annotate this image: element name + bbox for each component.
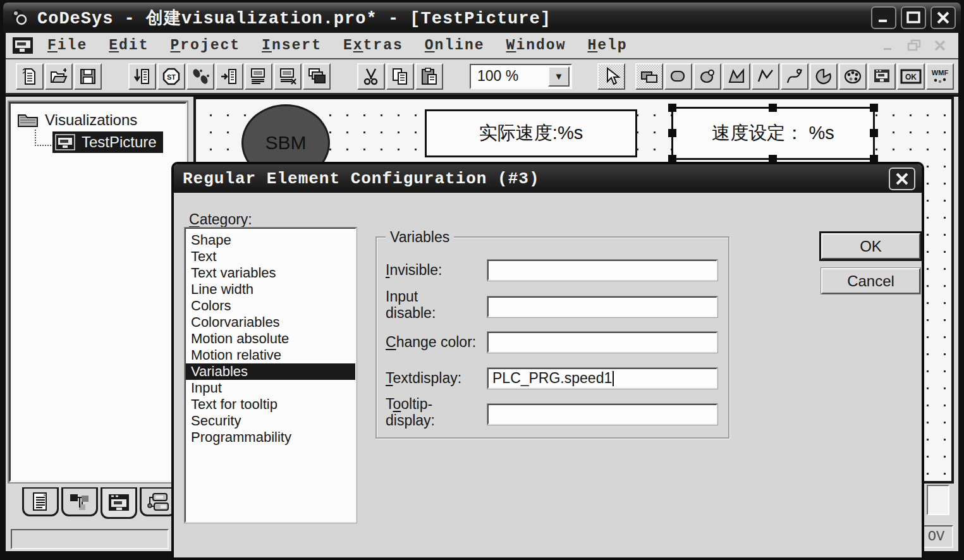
menu-project[interactable]: Project bbox=[170, 37, 240, 54]
ellipse-tool-button[interactable] bbox=[693, 63, 721, 90]
variables-groupbox: Variables Invisible: Inputdisable: Chang… bbox=[375, 236, 729, 439]
login-button[interactable] bbox=[245, 63, 272, 90]
scrollbar-corner bbox=[927, 485, 949, 515]
save-button[interactable] bbox=[74, 63, 102, 90]
toolbar: ST 100 % ▼ OK WMF bbox=[6, 59, 958, 95]
data-types-icon bbox=[69, 492, 90, 512]
tooltip-display-input[interactable] bbox=[487, 404, 717, 425]
status-bar-message-area bbox=[11, 529, 169, 549]
dialog-close-button[interactable] bbox=[889, 167, 915, 190]
ok-button[interactable]: OK bbox=[821, 233, 920, 259]
selection-handle[interactable] bbox=[668, 104, 676, 112]
menu-help[interactable]: Help bbox=[587, 37, 627, 54]
menu-bar: File Edit Project Insert Extras Online W… bbox=[6, 33, 958, 59]
category-item-security[interactable]: Security bbox=[186, 413, 355, 429]
folder-icon bbox=[17, 112, 39, 128]
category-item-input[interactable]: Input bbox=[186, 380, 355, 396]
selection-handle[interactable] bbox=[870, 104, 878, 112]
selection-handle[interactable] bbox=[769, 104, 777, 112]
category-item-text[interactable]: Text bbox=[186, 248, 355, 265]
library-button[interactable] bbox=[303, 63, 331, 90]
category-item-shape[interactable]: Shape bbox=[186, 232, 355, 248]
tree-root-label: Visualizations bbox=[45, 111, 137, 129]
maximize-button[interactable] bbox=[901, 6, 926, 29]
close-button[interactable] bbox=[930, 6, 956, 29]
category-listbox[interactable]: Shape Text Text variables Line width Col… bbox=[185, 228, 357, 523]
codesys-logo-icon bbox=[8, 6, 31, 29]
menu-window[interactable]: Window bbox=[506, 37, 566, 54]
tab-data-types[interactable] bbox=[61, 487, 98, 516]
menu-insert[interactable]: Insert bbox=[262, 37, 322, 54]
zoom-combobox[interactable]: 100 % ▼ bbox=[470, 64, 572, 89]
category-item-motion-absolute[interactable]: Motion absolute bbox=[186, 331, 355, 347]
cancel-button[interactable]: Cancel bbox=[821, 268, 920, 294]
button-tool-button[interactable]: OK bbox=[897, 63, 925, 90]
category-item-text-for-tooltip[interactable]: Text for tooltip bbox=[186, 396, 355, 413]
status-overwrite-indicator: OV bbox=[919, 525, 953, 548]
category-item-colorvariables[interactable]: Colorvariables bbox=[186, 314, 355, 331]
text-element-speed-setting-selected[interactable]: 速度设定： %s bbox=[671, 107, 875, 160]
document-window-icon[interactable] bbox=[12, 37, 34, 54]
download-button[interactable] bbox=[128, 63, 156, 90]
mdi-close-icon[interactable] bbox=[933, 39, 947, 52]
dialog-title-bar[interactable]: Regular Element Configuration (#3) bbox=[174, 164, 922, 193]
title-bar: CoDeSys - 创建visualization.pro* - [TestPi… bbox=[3, 3, 961, 33]
selection-handle[interactable] bbox=[668, 129, 676, 137]
variables-group-label: Variables bbox=[386, 229, 454, 246]
pou-document-icon bbox=[31, 492, 50, 512]
bitmap-tool-button[interactable] bbox=[839, 63, 867, 90]
tree-item-testpicture[interactable]: TestPicture bbox=[35, 131, 185, 153]
ellipse-element-label: SBM bbox=[265, 132, 306, 154]
visualization-icon bbox=[55, 134, 75, 150]
step-button[interactable] bbox=[216, 63, 243, 90]
chevron-down-icon[interactable]: ▼ bbox=[548, 66, 570, 87]
category-item-colors[interactable]: Colors bbox=[186, 298, 355, 314]
tree-item-visualizations[interactable]: Visualizations bbox=[17, 111, 185, 129]
close-icon bbox=[894, 172, 910, 186]
rectangle-tool-button[interactable] bbox=[635, 63, 663, 90]
input-disable-label: Inputdisable: bbox=[386, 288, 436, 321]
minimize-button[interactable] bbox=[871, 6, 896, 29]
change-color-input[interactable] bbox=[487, 332, 717, 353]
resources-icon bbox=[147, 492, 169, 512]
textdisplay-input[interactable]: PLC_PRG.speed1 bbox=[487, 368, 717, 389]
menu-online[interactable]: Online bbox=[425, 37, 485, 54]
run-trace-button[interactable] bbox=[186, 63, 214, 90]
category-item-programmability[interactable]: Programmability bbox=[186, 429, 355, 446]
open-folder-button[interactable] bbox=[45, 63, 73, 90]
new-file-button[interactable] bbox=[16, 63, 44, 90]
text-caret bbox=[613, 371, 614, 386]
zoom-value: 100 % bbox=[471, 68, 548, 85]
pie-tool-button[interactable] bbox=[810, 63, 838, 90]
paste-button[interactable] bbox=[415, 63, 443, 90]
object-organizer-tabs bbox=[22, 487, 179, 519]
tab-pous[interactable] bbox=[22, 487, 59, 516]
category-item-variables-selected[interactable]: Variables bbox=[186, 363, 355, 380]
logout-button[interactable] bbox=[274, 63, 302, 90]
text-element-actual-speed[interactable]: 实际速度:%s bbox=[425, 109, 637, 157]
polygon-tool-button[interactable] bbox=[723, 63, 750, 90]
curve-tool-button[interactable] bbox=[781, 63, 808, 90]
invisible-label: Invisible: bbox=[386, 262, 442, 278]
category-item-text-variables[interactable]: Text variables bbox=[186, 265, 355, 281]
category-item-line-width[interactable]: Line width bbox=[186, 281, 355, 298]
stop-st-button[interactable]: ST bbox=[157, 63, 185, 90]
copy-button[interactable] bbox=[386, 63, 414, 90]
rounded-rect-tool-button[interactable] bbox=[664, 63, 692, 90]
mdi-minimize-icon[interactable] bbox=[881, 39, 895, 52]
menu-file[interactable]: File bbox=[47, 37, 87, 54]
visualization-tool-button[interactable] bbox=[868, 63, 896, 90]
cut-button[interactable] bbox=[357, 63, 385, 90]
selection-handle[interactable] bbox=[870, 129, 878, 137]
tab-visualizations[interactable] bbox=[101, 487, 137, 519]
select-cursor-button[interactable] bbox=[597, 63, 625, 90]
menu-extras[interactable]: Extras bbox=[343, 37, 403, 54]
menu-edit[interactable]: Edit bbox=[109, 37, 149, 54]
category-item-motion-relative[interactable]: Motion relative bbox=[186, 347, 355, 363]
mdi-restore-icon[interactable] bbox=[906, 39, 922, 52]
input-disable-input[interactable] bbox=[487, 296, 717, 317]
polyline-tool-button[interactable] bbox=[752, 63, 779, 90]
wmf-tool-button[interactable]: WMF bbox=[926, 63, 954, 90]
window-title: CoDeSys - 创建visualization.pro* - [TestPi… bbox=[37, 6, 551, 29]
invisible-input[interactable] bbox=[487, 260, 717, 281]
